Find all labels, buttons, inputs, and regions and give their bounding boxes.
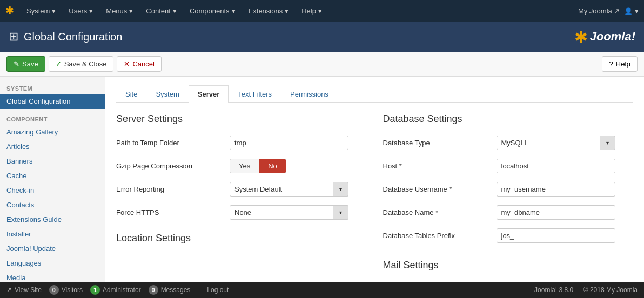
sidebar: SYSTEM Global Configuration COMPONENT Am… [0, 77, 105, 298]
messages-badge: 0 [149, 285, 158, 295]
main-layout: SYSTEM Global Configuration COMPONENT Am… [0, 77, 644, 298]
sidebar-item-articles[interactable]: Articles [0, 139, 105, 154]
gzip-yes-button[interactable]: Yes [230, 159, 259, 173]
tab-permissions[interactable]: Permissions [281, 85, 338, 103]
toolbar: ✎ Save ✓ Save & Close ✕ Cancel ? Help [0, 52, 644, 77]
error-reporting-row: Error Reporting System Default None Simp… [116, 182, 367, 197]
nav-menus[interactable]: Menus ▾ [100, 0, 138, 22]
db-prefix-input[interactable] [497, 228, 615, 243]
joomla-text: Joomla! [590, 30, 635, 44]
db-username-label: Database Username * [383, 185, 491, 193]
sidebar-item-joomla-update[interactable]: Joomla! Update [0, 241, 105, 256]
cancel-icon: ✕ [124, 60, 130, 68]
location-settings-heading: Location Settings [116, 233, 367, 244]
db-type-select-wrap: MySQLi MySQL (PDO) PostgreSQL ▾ [497, 136, 615, 150]
check-icon: ✓ [56, 60, 62, 68]
nav-extensions[interactable]: Extensions ▾ [243, 0, 294, 22]
admin-item: 1 Administrator [90, 285, 141, 295]
save-button[interactable]: ✎ Save [6, 56, 45, 72]
force-https-row: Force HTTPS None Administrator Only Enti… [116, 205, 367, 220]
content-area: Site System Server Text Filters Permissi… [105, 77, 644, 298]
gzip-toggle: Yes No [230, 159, 286, 173]
server-settings-heading: Server Settings [116, 113, 367, 125]
server-settings-column: Server Settings Path to Temp Folder Gzip… [116, 113, 367, 282]
logout-item[interactable]: — Log out [198, 286, 229, 294]
db-username-row: Database Username * [383, 182, 634, 197]
gzip-no-button[interactable]: No [259, 159, 286, 173]
path-temp-label: Path to Temp Folder [116, 139, 224, 147]
db-prefix-row: Database Tables Prefix [383, 228, 634, 243]
visitors-label: Visitors [62, 286, 83, 294]
nav-help[interactable]: Help ▾ [296, 0, 327, 22]
top-navigation: ✱ System ▾ Users ▾ Menus ▾ Content ▾ Com… [0, 0, 644, 22]
host-label: Host * [383, 162, 491, 170]
sidebar-item-banners[interactable]: Banners [0, 154, 105, 168]
sidebar-item-extensions-guide[interactable]: Extensions Guide [0, 212, 105, 227]
sidebar-item-cache[interactable]: Cache [0, 168, 105, 183]
db-prefix-label: Database Tables Prefix [383, 232, 491, 240]
sidebar-item-contacts[interactable]: Contacts [0, 198, 105, 212]
path-temp-row: Path to Temp Folder [116, 136, 367, 150]
config-icon: ⊞ [9, 30, 18, 44]
sidebar-item-amazing-gallery[interactable]: Amazing Gallery [0, 125, 105, 139]
tab-site[interactable]: Site [116, 85, 146, 103]
db-name-input[interactable] [497, 205, 615, 220]
nav-users[interactable]: Users ▾ [63, 0, 98, 22]
help-button[interactable]: ? Help [602, 56, 638, 72]
db-name-row: Database Name * [383, 205, 634, 220]
tab-system[interactable]: System [146, 85, 188, 103]
db-type-select[interactable]: MySQLi MySQL (PDO) PostgreSQL [497, 136, 615, 150]
two-column-layout: Server Settings Path to Temp Folder Gzip… [116, 113, 633, 282]
view-site-icon: ↗ [6, 286, 12, 294]
nav-components[interactable]: Components ▾ [184, 0, 241, 22]
error-reporting-label: Error Reporting [116, 185, 224, 193]
db-type-row: Database Type MySQLi MySQL (PDO) Postgre… [383, 136, 634, 150]
messages-label: Messages [161, 286, 191, 294]
gzip-row: Gzip Page Compression Yes No [116, 159, 367, 173]
visitors-item: 0 Visitors [49, 285, 83, 295]
save-close-button[interactable]: ✓ Save & Close [49, 56, 114, 72]
admin-label: Administrator [103, 286, 141, 294]
error-reporting-select[interactable]: System Default None Simple Maximum Devel… [230, 182, 348, 197]
system-section-label: SYSTEM [0, 82, 105, 94]
logout-label: Log out [207, 286, 229, 294]
view-site-item[interactable]: ↗ View Site [6, 286, 42, 294]
sidebar-item-check-in[interactable]: Check-in [0, 183, 105, 198]
user-icon[interactable]: 👤 ▾ [624, 7, 639, 15]
mail-settings-heading: Mail Settings [383, 260, 634, 271]
joomla-symbol: ✱ [574, 28, 588, 46]
force-https-select-wrap: None Administrator Only Entire Site ▾ [230, 205, 348, 220]
logout-icon: — [198, 286, 204, 294]
save-icon: ✎ [14, 60, 19, 68]
host-input[interactable] [497, 159, 615, 173]
sidebar-item-installer[interactable]: Installer [0, 227, 105, 241]
database-settings-heading: Database Settings [383, 113, 634, 125]
force-https-select[interactable]: None Administrator Only Entire Site [230, 205, 348, 220]
view-site-label: View Site [15, 286, 42, 294]
host-row: Host * [383, 159, 634, 173]
db-name-label: Database Name * [383, 208, 491, 216]
nav-system[interactable]: System ▾ [21, 0, 61, 22]
admin-badge: 1 [90, 285, 100, 295]
database-settings-column: Database Settings Database Type MySQLi M… [383, 113, 634, 282]
tab-server[interactable]: Server [189, 85, 229, 103]
joomla-nav-logo: ✱ [5, 5, 14, 17]
sidebar-item-global-configuration[interactable]: Global Configuration [0, 94, 105, 109]
path-temp-input[interactable] [230, 136, 348, 150]
error-reporting-select-wrap: System Default None Simple Maximum Devel… [230, 182, 348, 197]
cancel-button[interactable]: ✕ Cancel [117, 56, 161, 72]
page-title: Global Configuration [24, 31, 122, 43]
db-type-label: Database Type [383, 139, 491, 147]
joomla-logo: ✱ Joomla! [574, 28, 635, 46]
my-joomla-link[interactable]: My Joomla ↗ [578, 7, 620, 15]
db-username-input[interactable] [497, 182, 615, 197]
component-section-label: COMPONENT [0, 113, 105, 125]
nav-content[interactable]: Content ▾ [140, 0, 182, 22]
tab-text-filters[interactable]: Text Filters [229, 85, 281, 103]
version-text: Joomla! 3.8.0 — © 2018 My Joomla [534, 286, 638, 294]
messages-item: 0 Messages [149, 285, 191, 295]
gzip-label: Gzip Page Compression [116, 162, 224, 170]
help-icon: ? [609, 60, 613, 68]
tab-bar: Site System Server Text Filters Permissi… [116, 85, 633, 103]
sidebar-item-languages[interactable]: Languages [0, 256, 105, 270]
